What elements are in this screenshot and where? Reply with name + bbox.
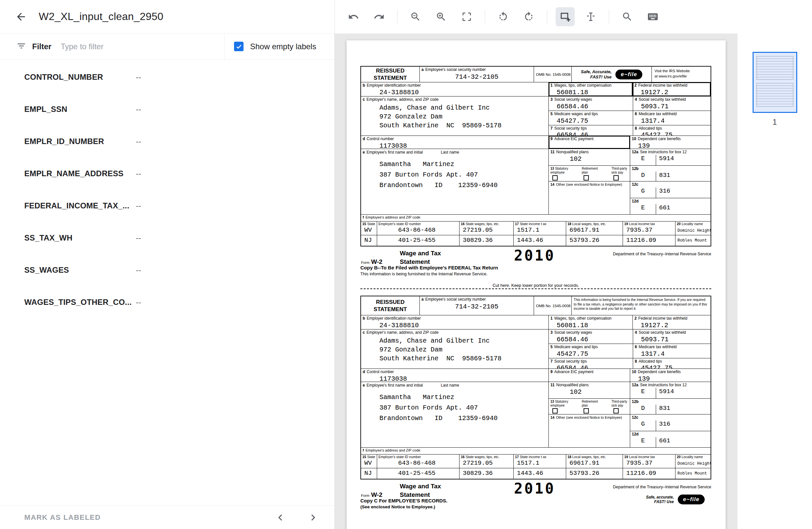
box-2-value: 19127.2 [633, 88, 711, 96]
text-select-tool-button[interactable] [581, 7, 600, 26]
show-empty-labels-label: Show empty labels [250, 42, 316, 51]
control-number-value: 1173038 [361, 142, 549, 149]
box-f-address-label: fEmployee's address and ZIP code [361, 215, 711, 221]
employer-state-id: Employer's state ID number 643-86-468 [377, 455, 459, 468]
label-row-wages-tips-other[interactable]: WAGES_TIPS_OTHER_CO... -- [0, 286, 334, 318]
box-14-other: 14Other (see enclosed Notice to Employee… [549, 181, 630, 214]
back-button[interactable] [12, 8, 30, 26]
toolbar-divider [547, 10, 547, 24]
keyboard-shortcuts-button[interactable] [643, 7, 662, 26]
department-note: Department of the Treasury–Internal Reve… [613, 485, 711, 489]
label-value: -- [136, 73, 141, 82]
ssn-value: 714-32-2105 [420, 303, 534, 311]
label-name: SS_WAGES [24, 265, 136, 275]
w2-form: REISSUED STATEMENT aEmployee's social se… [360, 66, 711, 277]
label-row-empl-ssn[interactable]: EMPL_SSN -- [0, 93, 334, 126]
undo-button[interactable] [344, 7, 363, 26]
boxes-11-13-14: 11Nonqualified plans 102 13Statutory emp… [549, 382, 630, 447]
employer-address-value: Adams, Chase and Gilbert Inc 972 Gonzale… [361, 336, 549, 363]
box-15-state-row2: NJ [361, 468, 377, 479]
rotate-right-button[interactable] [519, 7, 538, 26]
statutory-employee-checkbox [552, 408, 557, 413]
label-row-emplr-name-address[interactable]: EMPLR_NAME_ADDRESS -- [0, 158, 334, 190]
box-7-ss-tips: 7Social security tips 66584.46 [549, 126, 633, 135]
ein-value: 24-3188810 [361, 88, 549, 96]
tax-year: 2010 [514, 247, 555, 264]
form-w2-label: FormW-2 [361, 258, 382, 265]
label-name: WAGES_TIPS_OTHER_CO... [24, 298, 136, 307]
box-e-employee-name-address: eEmployee's first name and initial Last … [361, 149, 549, 214]
search-button[interactable] [618, 7, 637, 26]
statutory-employee-checkbox [552, 175, 557, 180]
box-12c: 12c G316 [630, 414, 711, 431]
efile-logo: e~file [615, 70, 642, 79]
fit-to-screen-button[interactable] [457, 7, 476, 26]
box-e-employee-name-address: eEmployee's first name and initial Last … [361, 382, 549, 447]
document-page[interactable]: REISSUED STATEMENT aEmployee's social se… [347, 40, 726, 529]
box-11-nonqualified-plans: 11Nonqualified plans 102 [549, 382, 630, 399]
label-value: -- [136, 233, 141, 243]
box-13-checkboxes: 13Statutory employee Retirement plan Thi… [549, 166, 630, 181]
fit-to-screen-icon [461, 11, 472, 22]
zoom-out-icon [410, 11, 421, 22]
label-value: -- [136, 201, 141, 210]
box-19-local-income-tax: 19Local income tax 7935.37 [623, 455, 675, 468]
chevron-right-icon [307, 511, 319, 524]
mark-as-labeled-button[interactable]: MARK AS LABELED [24, 513, 101, 522]
show-empty-labels-checkbox[interactable] [234, 42, 244, 51]
box-6-medicare-tax: 6Medicare tax withheld 1317.4 [633, 344, 711, 358]
boxes-3-to-8: 3Social security wages 66584.46 4Social … [549, 97, 711, 135]
box-8-allocated-tips: 8Allocated tips 45427.75 [633, 126, 711, 135]
box-17-row2: 1443.46 [513, 468, 566, 479]
previous-document-button[interactable] [273, 511, 287, 525]
rotate-left-button[interactable] [494, 7, 513, 26]
redo-button[interactable] [369, 7, 389, 26]
box-7-ss-tips: 7Social security tips 66584.46 [549, 358, 633, 369]
box-10-dependent-care: 10Dependent care benefits 139 [630, 369, 711, 382]
thumbnail-form-preview [756, 56, 793, 80]
label-row-ss-tax-wh[interactable]: SS_TAX_WH -- [0, 222, 334, 254]
box-f-address-label: fEmployee's address and ZIP code [361, 447, 711, 454]
filter-input[interactable] [61, 42, 221, 51]
copy-c-line2: (See enclosed Notice to Employee.) [360, 504, 435, 509]
box-a-title: Employee's social security number [425, 67, 486, 72]
form-title: Wage and Tax Statement [400, 249, 441, 266]
box-a-letter: a [421, 297, 424, 302]
label-row-emplr-id-number[interactable]: EMPLR_ID_NUMBER -- [0, 126, 334, 158]
keyboard-icon [647, 11, 659, 23]
zoom-in-button[interactable] [432, 7, 451, 26]
box-12d: 12d E661 [630, 431, 711, 447]
reissued-statement: REISSUED STATEMENT [361, 67, 419, 82]
box-12b: 12b D831 [630, 399, 711, 414]
employer-state-id-row2: 401-25-455 [377, 235, 459, 246]
employer-state-id: Employer's state ID number 643-86-468 [377, 221, 459, 235]
form-w2-label: FormW-2 [361, 491, 382, 499]
toolbar-divider [485, 10, 485, 24]
label-row-control-number[interactable]: CONTROL_NUMBER -- [0, 61, 334, 93]
bounding-box-tool-button[interactable] [556, 7, 575, 26]
left-panel-header: W2_XL_input_clean_2950 [0, 0, 334, 33]
box-18-row2: 53793.26 [566, 468, 623, 479]
label-row-federal-income-tax[interactable]: FEDERAL_INCOME_TAX_... -- [0, 190, 334, 222]
document-canvas[interactable]: REISSUED STATEMENT aEmployee's social se… [335, 33, 738, 529]
box-c-employer-address: cEmployer's name, address, and ZIP code … [361, 97, 549, 135]
label-value: -- [136, 137, 141, 146]
rotate-left-icon [497, 11, 509, 22]
reissued-statement: REISSUED STATEMENT [361, 296, 419, 315]
box-15-state: 15State WV [361, 221, 377, 235]
box-5-medicare-wages: 5Medicare wages and tips 45427.75 [549, 344, 633, 358]
box-18-local-wages: 18Local wages, tips, etc. 69617.91 [566, 221, 623, 235]
employee-address-value: Samantha Martinez 387 Burton Fords Apt. … [361, 392, 549, 424]
page-thumbnail[interactable] [753, 52, 797, 113]
last-name-label: Last name [441, 383, 459, 387]
w2-copy-b: REISSUED STATEMENT aEmployee's social se… [360, 66, 712, 277]
box-13-checkboxes: 13Statutory employee Retirement plan Thi… [549, 399, 630, 414]
tax-year: 2010 [514, 480, 555, 497]
box-16-row2: 30829.36 [459, 468, 513, 479]
box-12c: 12c G316 [630, 181, 711, 198]
next-document-button[interactable] [306, 511, 320, 525]
zoom-out-button[interactable] [406, 7, 425, 26]
box-3-ss-wages: 3Social security wages 66584.46 [549, 97, 633, 111]
label-row-ss-wages[interactable]: SS_WAGES -- [0, 254, 334, 286]
box-12d: 12d E661 [630, 198, 711, 214]
